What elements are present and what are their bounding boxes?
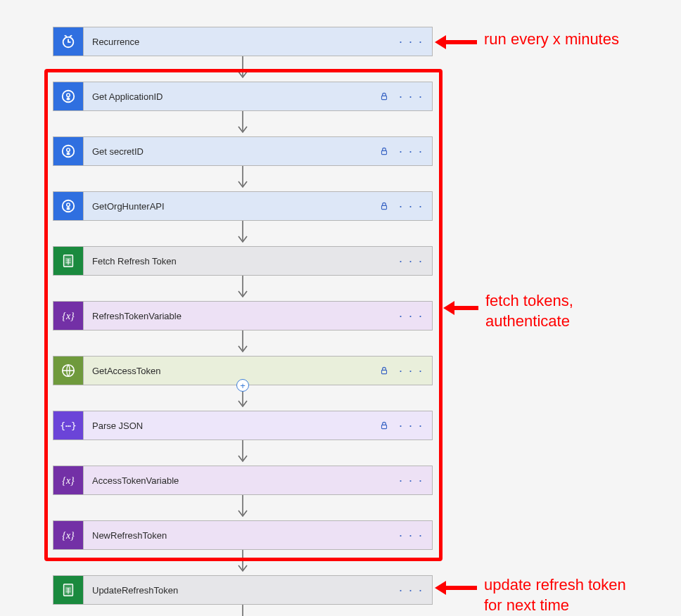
connector-arrow (53, 331, 433, 356)
more-menu-icon[interactable]: · · · (399, 419, 424, 432)
more-menu-icon[interactable]: · · · (399, 529, 424, 541)
annotation-bottom-l2: for next time (484, 596, 569, 614)
more-menu-icon[interactable]: · · · (399, 255, 424, 267)
arrow-middle (443, 301, 478, 315)
step-body: UpdateRefreshToken· · · (83, 576, 432, 604)
connector-arrow (53, 276, 433, 301)
sheet-icon (53, 576, 83, 604)
svg-text:{x}: {x} (62, 475, 75, 486)
annotation-middle-l1: fetch tokens, (485, 292, 573, 309)
step-actions: · · · (379, 419, 424, 432)
step-body: Get ApplicationID· · · (83, 82, 432, 110)
lock-icon (379, 146, 389, 156)
flow-step[interactable]: {x}NewRefreshToken· · · (53, 520, 433, 550)
more-menu-icon[interactable]: · · · (399, 584, 424, 596)
flow-step[interactable]: {x}RefreshTokenVariable· · · (53, 301, 433, 331)
svg-text:{⋯}: {⋯} (60, 421, 76, 431)
flow-step[interactable]: Get secretID· · · (53, 136, 433, 166)
step-actions: · · · (399, 529, 424, 541)
globe-icon (53, 357, 83, 385)
var-icon: {x} (53, 466, 83, 494)
more-menu-icon[interactable]: · · · (399, 35, 424, 48)
svg-rect-12 (381, 205, 386, 209)
more-menu-icon[interactable]: · · · (399, 309, 424, 322)
step-actions: · · · (399, 255, 424, 267)
keyvault-icon (53, 137, 83, 165)
svg-rect-20 (381, 370, 386, 373)
annotation-bottom-l1: update refresh token (484, 576, 626, 593)
lock-icon (379, 421, 389, 430)
step-title: GetOrgHunterAPI (92, 201, 165, 212)
step-title: GetAccessToken (92, 366, 161, 376)
flow-step[interactable]: {x}AccessTokenVariable· · · (53, 466, 433, 495)
step-title: Get ApplicationID (92, 91, 163, 102)
connector-arrow: + (53, 385, 433, 411)
clock-icon (53, 27, 83, 56)
parse-icon: {⋯} (53, 411, 83, 439)
var-icon: {x} (53, 521, 83, 549)
step-title: Get secretID (92, 146, 144, 157)
arrow-top (435, 35, 477, 49)
step-title: AccessTokenVariable (92, 475, 179, 486)
lock-icon (379, 91, 389, 101)
step-title: Recurrence (92, 37, 139, 47)
flow-step[interactable]: UpdateRefreshToken· · · (53, 575, 433, 605)
step-body: Get secretID· · · (83, 137, 432, 165)
step-actions: · · · (399, 584, 424, 596)
more-menu-icon[interactable]: · · · (399, 90, 424, 103)
connector-arrow (53, 56, 433, 82)
connector-arrow (53, 166, 433, 191)
flow-step[interactable]: Recurrence· · · (53, 27, 433, 56)
connector-arrow (53, 111, 433, 136)
insert-step-button[interactable]: + (236, 379, 249, 392)
keyvault-icon (53, 192, 83, 220)
sheet-icon (53, 247, 83, 275)
annotation-top: run every x minutes (484, 30, 619, 50)
step-body: Parse JSON· · · (83, 411, 432, 439)
svg-rect-8 (381, 150, 386, 154)
annotation-middle-l2: authenticate (485, 312, 570, 330)
arrow-bottom (435, 581, 477, 595)
step-actions: · · · (399, 309, 424, 322)
connector-arrow (53, 440, 433, 466)
step-body: RefreshTokenVariable· · · (83, 302, 432, 330)
step-body: NewRefreshToken· · · (83, 521, 432, 549)
more-menu-icon[interactable]: · · · (399, 474, 424, 487)
step-actions: · · · (399, 474, 424, 487)
step-actions: · · · (399, 35, 424, 48)
flow-step[interactable]: {⋯}Parse JSON· · · (53, 411, 433, 440)
step-actions: · · · (379, 90, 424, 103)
var-icon: {x} (53, 302, 83, 330)
step-body: GetOrgHunterAPI· · · (83, 192, 432, 220)
flow-column: Recurrence· · ·Get ApplicationID· · ·Get… (53, 27, 433, 616)
svg-rect-4 (381, 96, 386, 99)
connector-arrow (53, 221, 433, 246)
connector-arrow (53, 495, 433, 520)
connector-arrow (53, 605, 433, 616)
step-title: RefreshTokenVariable (92, 311, 182, 321)
keyvault-icon (53, 82, 83, 110)
step-title: Fetch Refresh Token (92, 256, 177, 267)
more-menu-icon[interactable]: · · · (399, 364, 424, 377)
annotation-middle: fetch tokens, authenticate (485, 291, 573, 331)
step-actions: · · · (379, 145, 424, 158)
step-body: Fetch Refresh Token· · · (83, 247, 432, 275)
flow-step[interactable]: Get ApplicationID· · · (53, 82, 433, 111)
annotation-bottom: update refresh token for next time (484, 575, 626, 615)
step-body: Recurrence· · · (83, 27, 432, 56)
flow-step[interactable]: GetOrgHunterAPI· · · (53, 191, 433, 221)
more-menu-icon[interactable]: · · · (399, 145, 424, 158)
step-title: UpdateRefreshToken (92, 585, 178, 596)
step-body: AccessTokenVariable· · · (83, 466, 432, 494)
connector-arrow (53, 550, 433, 575)
step-title: NewRefreshToken (92, 530, 167, 541)
step-actions: · · · (379, 364, 424, 377)
svg-text:{x}: {x} (62, 311, 75, 321)
lock-icon (379, 366, 389, 376)
flow-step[interactable]: Fetch Refresh Token· · · (53, 246, 433, 276)
step-actions: · · · (379, 200, 424, 212)
lock-icon (379, 201, 389, 211)
svg-rect-23 (381, 425, 386, 428)
more-menu-icon[interactable]: · · · (399, 200, 424, 212)
svg-text:{x}: {x} (62, 530, 75, 541)
